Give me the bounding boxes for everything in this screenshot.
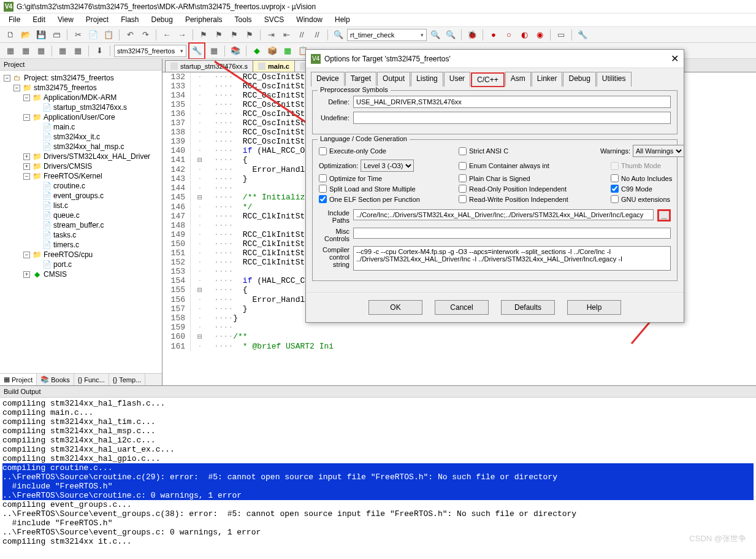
outdent-icon[interactable]: ⇤ <box>280 28 293 42</box>
c99-check[interactable] <box>611 185 619 193</box>
breakpoint-all-icon[interactable]: ◉ <box>533 28 546 42</box>
fold-gutter[interactable]: ⊟ <box>191 285 209 295</box>
fold-gutter[interactable]: · <box>191 72 209 82</box>
tree-node[interactable]: −📁FreeRTOS/Kernel <box>1 171 161 181</box>
target-combo[interactable]: stm32l475_freertos <box>114 45 186 57</box>
undefine-input[interactable] <box>353 112 671 124</box>
defaults-button[interactable]: Defaults <box>501 300 555 315</box>
dialog-tab-debug[interactable]: Debug <box>563 72 595 87</box>
paste-icon[interactable]: 📋 <box>102 28 115 42</box>
dialog-tab-output[interactable]: Output <box>377 72 410 87</box>
dialog-tab-user[interactable]: User <box>444 72 470 87</box>
tree-node[interactable]: 📄event_groups.c <box>1 191 161 201</box>
fold-gutter[interactable]: · <box>191 249 209 258</box>
tree-node[interactable]: 📄list.c <box>1 201 161 210</box>
ok-button[interactable]: OK <box>368 300 422 315</box>
select-packs-icon[interactable]: 📦 <box>265 44 279 58</box>
dialog-tab-device[interactable]: Device <box>311 72 345 87</box>
prev-icon[interactable]: ← <box>160 28 174 42</box>
enum-container-check[interactable] <box>459 162 467 170</box>
translate-icon[interactable]: ▦ <box>4 44 17 58</box>
cut-icon[interactable]: ✂ <box>71 28 85 42</box>
fold-gutter[interactable]: · <box>191 342 209 351</box>
ro-pi-check[interactable] <box>459 185 467 193</box>
fold-gutter[interactable]: · <box>191 91 209 100</box>
cancel-button[interactable]: Cancel <box>435 300 489 315</box>
tree-node[interactable]: 📄stm32l4xx_hal_msp.c <box>1 142 161 152</box>
execute-only-check[interactable] <box>319 147 327 155</box>
menu-tools[interactable]: Tools <box>229 13 258 26</box>
new-icon[interactable]: 🗋 <box>4 28 17 42</box>
tree-node[interactable]: 📄startup_stm32l476xx.s <box>1 102 161 112</box>
fold-gutter[interactable]: · <box>191 100 209 109</box>
project-tab[interactable]: {}Func... <box>74 374 109 385</box>
optimization-select[interactable]: Level 3 (-O3) <box>361 160 414 172</box>
tree-node[interactable]: −📁Application/User/Core <box>1 112 161 122</box>
no-auto-inc-check[interactable] <box>611 174 619 182</box>
tree-node[interactable]: −📁FreeRTOS/cpu <box>1 250 161 260</box>
save-icon[interactable]: 💾 <box>34 28 48 42</box>
open-icon[interactable]: 📂 <box>19 28 32 42</box>
tree-node[interactable]: 📄main.c <box>1 122 161 132</box>
fold-gutter[interactable]: · <box>191 258 209 267</box>
download-icon[interactable]: ⬇ <box>93 44 106 58</box>
breakpoint-kill-icon[interactable]: ◐ <box>517 28 531 42</box>
bookmark-prev-icon[interactable]: ⚑ <box>212 28 226 42</box>
help-button[interactable]: Help <box>567 300 621 315</box>
fold-gutter[interactable]: · <box>191 230 209 239</box>
tree-node[interactable]: +📁Drivers/CMSIS <box>1 161 161 171</box>
one-elf-check[interactable] <box>319 195 327 203</box>
tree-node[interactable]: 📄stream_buffer.c <box>1 220 161 230</box>
find-in-files-icon[interactable]: 🔍 <box>429 28 442 42</box>
tree-node[interactable]: 📄croutine.c <box>1 181 161 191</box>
strict-ansi-check[interactable] <box>459 147 467 155</box>
fold-gutter[interactable]: · <box>191 128 209 137</box>
menu-peripherals[interactable]: Peripherals <box>179 13 229 26</box>
project-tab[interactable]: {}Temp... <box>109 374 145 385</box>
copy-icon[interactable]: 📄 <box>86 28 100 42</box>
project-tree[interactable]: −🗀Project: stm32l475_freertos−📁stm32l475… <box>0 71 162 373</box>
plain-char-check[interactable] <box>459 174 467 182</box>
find-icon[interactable]: 🔍 <box>332 28 345 42</box>
fold-gutter[interactable]: · <box>191 295 209 304</box>
menu-file[interactable]: File <box>2 13 26 26</box>
bookmark-clear-icon[interactable]: ⚑ <box>243 28 256 42</box>
rebuild-icon[interactable]: ▦ <box>34 44 48 58</box>
breakpoint-disable-icon[interactable]: ○ <box>502 28 516 42</box>
fold-gutter[interactable]: ⊟ <box>191 193 209 202</box>
fold-gutter[interactable]: · <box>191 267 209 276</box>
fold-gutter[interactable]: · <box>191 276 209 285</box>
undo-icon[interactable]: ↶ <box>123 28 137 42</box>
split-load-check[interactable] <box>319 185 327 193</box>
find-combo[interactable]: rt_timer_check <box>347 29 427 41</box>
stop-build-icon[interactable]: ▦ <box>71 44 85 58</box>
tree-node[interactable]: −🗀Project: stm32l475_freertos <box>1 73 161 83</box>
breakpoint-icon[interactable]: ● <box>487 28 500 42</box>
fold-gutter[interactable]: · <box>191 304 209 314</box>
file-tab[interactable]: main.c <box>253 60 295 72</box>
bookmark-next-icon[interactable]: ⚑ <box>227 28 241 42</box>
tree-node[interactable]: 📄stm32l4xx_it.c <box>1 132 161 142</box>
configure-icon[interactable]: 🔧 <box>576 28 589 42</box>
bookmark-icon[interactable]: ⚑ <box>197 28 210 42</box>
fold-gutter[interactable]: · <box>191 137 209 146</box>
menu-view[interactable]: View <box>52 13 80 26</box>
fold-gutter[interactable]: · <box>191 82 209 91</box>
tree-node[interactable]: −📁Application/MDK-ARM <box>1 93 161 102</box>
dialog-tab-linker[interactable]: Linker <box>532 72 563 87</box>
target-options-icon[interactable]: 🔧 <box>190 44 204 58</box>
close-icon[interactable]: ✕ <box>671 53 679 64</box>
include-paths-input[interactable] <box>353 209 654 220</box>
define-input[interactable] <box>353 96 671 108</box>
project-tab[interactable]: 📚Books <box>37 374 74 385</box>
fold-gutter[interactable]: · <box>191 109 209 118</box>
uncomment-icon[interactable]: // <box>310 28 324 42</box>
dialog-tab-cc[interactable]: C/C++ <box>471 72 505 87</box>
tree-node[interactable]: 📄timers.c <box>1 240 161 250</box>
menu-window[interactable]: Window <box>290 13 329 26</box>
tree-node[interactable]: −📁stm32l475_freertos <box>1 83 161 93</box>
fold-gutter[interactable]: · <box>191 146 209 155</box>
gnu-ext-check[interactable] <box>611 195 619 203</box>
fold-gutter[interactable]: · <box>191 183 209 193</box>
dialog-tab-listing[interactable]: Listing <box>411 72 443 87</box>
